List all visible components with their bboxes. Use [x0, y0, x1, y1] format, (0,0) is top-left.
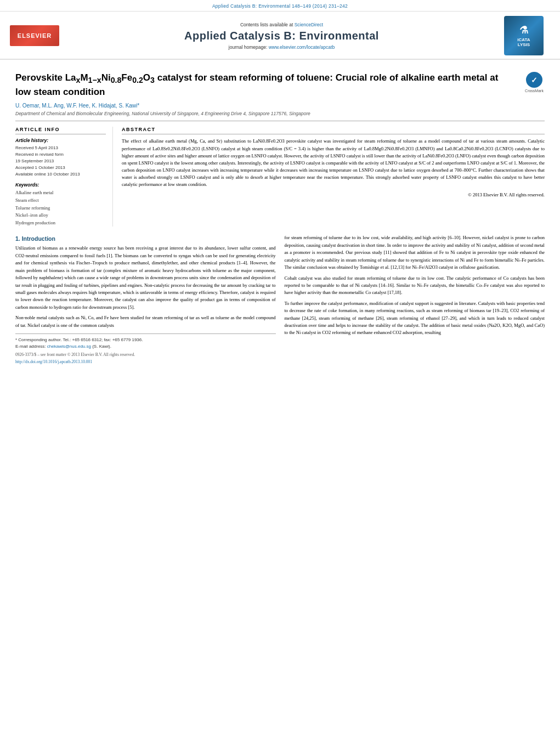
article-main: Perovskite LaxM1−xNi0.8Fe0.2O3 catalyst …: [0, 60, 560, 364]
catalysis-logo-icon: ⚗: [519, 24, 528, 36]
intro-para4: Cobalt catalyst was also studied for ste…: [285, 275, 545, 297]
homepage-link[interactable]: www.elsevier.com/locate/apcatb: [269, 44, 335, 50]
article-info-section: ARTICLE INFO Article history: Received 5…: [15, 127, 106, 227]
abstract-copyright: © 2013 Elsevier B.V. All rights reserved…: [122, 192, 545, 197]
footnote-email: E-mail address: chekawis@nus.edu.sg (S. …: [15, 343, 276, 350]
journal-top-bar: Applied Catalysis B: Environmental 148–1…: [0, 0, 560, 12]
keyword-5: Hydrogen production: [15, 219, 106, 227]
accepted-date: Accepted 1 October 2013: [15, 165, 106, 171]
intro-para3: for steam reforming of toluene due to it…: [285, 234, 545, 271]
keyword-4: Nickel–iron alloy: [15, 212, 106, 219]
revised-label: Received in revised form: [15, 151, 106, 158]
intro-para5: To further improve the catalyst performa…: [285, 300, 545, 337]
intro-para2: Non-noble metal catalysts such as Ni, Co…: [15, 314, 276, 329]
journal-homepage: journal homepage: www.elsevier.com/locat…: [70, 44, 493, 50]
sciencedirect-link[interactable]: ScienceDirect: [295, 22, 323, 27]
keyword-3: Toluene reforming: [15, 205, 106, 212]
footnote-section: * Corresponding author. Tel.: +65 6516 6…: [15, 333, 276, 350]
keywords-label: Keywords:: [15, 182, 106, 188]
intro-section-title: 1. Introduction: [15, 235, 276, 242]
email-link[interactable]: chekawis@nus.edu.sg: [47, 344, 91, 349]
elsevier-label: ELSEVIER: [18, 32, 52, 39]
revised-date: 19 September 2013: [15, 158, 106, 165]
abstract-section: ABSTRACT The effect of alkaline earth me…: [122, 127, 545, 197]
contents-prefix: Contents lists available at: [240, 22, 295, 27]
email-suffix: (S. Kawi).: [92, 344, 111, 349]
journal-top-name: Applied Catalysis B: Environmental 148–1…: [212, 3, 348, 9]
keyword-1: Alkaline earth metal: [15, 189, 106, 197]
available-date: Available online 10 October 2013: [15, 171, 106, 178]
received-date: Received 5 April 2013: [15, 145, 106, 151]
issn-line: 0926-3373/$ – see front matter © 2013 El…: [15, 352, 276, 357]
crossmark-text: CrossMark: [525, 89, 544, 93]
email-prefix: E-mail address:: [15, 344, 47, 349]
keywords-section: Keywords: Alkaline earth metal Steam eff…: [15, 182, 106, 227]
article-history: Article history: Received 5 April 2013 R…: [15, 138, 106, 178]
article-title-section: Perovskite LaxM1−xNi0.8Fe0.2O3 catalyst …: [15, 65, 545, 121]
catalysis-logo-text-top: iCATA: [517, 37, 530, 42]
article-title-text: Perovskite LaxM1−xNi0.8Fe0.2O3 catalyst …: [15, 72, 524, 116]
doi-line: http://dx.doi.org/10.1016/j.apcatb.2013.…: [15, 359, 276, 364]
elsevier-logo: ELSEVIER: [10, 25, 59, 46]
article-info-col: ARTICLE INFO Article history: Received 5…: [15, 127, 113, 227]
abstract-text: The effect of alkaline earth metal (Mg, …: [122, 138, 545, 188]
keyword-2: Steam effect: [15, 197, 106, 205]
body-columns: 1. Introduction Utilization of biomass a…: [15, 227, 545, 364]
page-wrapper: Applied Catalysis B: Environmental 148–1…: [0, 0, 560, 364]
article-title: Perovskite LaxM1−xNi0.8Fe0.2O3 catalyst …: [15, 72, 513, 98]
header-band: ELSEVIER Contents lists available at Sci…: [0, 12, 560, 60]
issn-text: 0926-3373/$ – see front matter © 2013 El…: [15, 352, 135, 357]
article-authors: U. Oemar, M.L. Ang, W.F. Hee, K. Hidajat…: [15, 103, 513, 109]
body-col-left: 1. Introduction Utilization of biomass a…: [15, 234, 276, 364]
contents-line: Contents lists available at ScienceDirec…: [70, 22, 493, 27]
doi-link[interactable]: http://dx.doi.org/10.1016/j.apcatb.2013.…: [15, 359, 92, 364]
header-center: Contents lists available at ScienceDirec…: [59, 22, 504, 50]
intro-para1: Utilization of biomass as a renewable en…: [15, 245, 276, 311]
crossmark-circle: ✓: [526, 72, 542, 88]
abstract-col: ABSTRACT The effect of alkaline earth me…: [122, 127, 545, 227]
homepage-prefix: journal homepage:: [229, 44, 269, 50]
info-abstract-columns: ARTICLE INFO Article history: Received 5…: [15, 121, 545, 227]
footnote-corresponding: * Corresponding author. Tel.: +65 6516 6…: [15, 337, 276, 343]
history-label: Article history:: [15, 138, 106, 143]
catalysis-logo: ⚗ iCATA LYSIS: [504, 16, 544, 55]
catalysis-logo-text-bottom: LYSIS: [518, 42, 530, 47]
elsevier-logo-image: ELSEVIER: [10, 25, 59, 46]
journal-title-main: Applied Catalysis B: Environmental: [70, 30, 493, 42]
body-col-right: for steam reforming of toluene due to it…: [285, 234, 545, 364]
article-affiliation: Department of Chemical and Biomolecular …: [15, 111, 513, 116]
crossmark-logo: ✓ CrossMark: [524, 72, 545, 93]
abstract-heading: ABSTRACT: [122, 127, 545, 134]
article-info-heading: ARTICLE INFO: [15, 127, 106, 134]
